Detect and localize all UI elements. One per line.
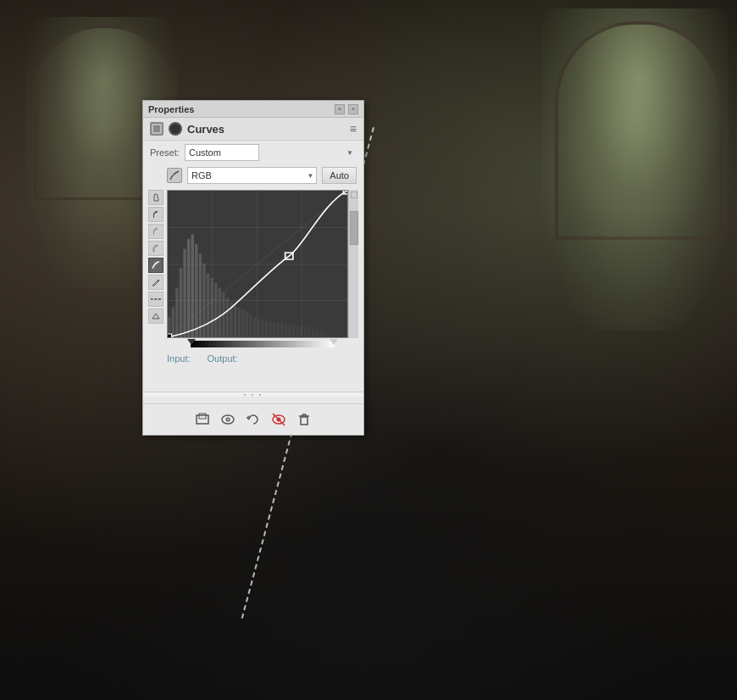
panel-header: Curves ≡ [143,118,363,141]
curves-graph[interactable] [167,190,348,338]
graph-with-scroll [167,190,358,338]
panel-menu-icon[interactable]: ≡ [350,122,357,136]
svg-point-3 [156,228,158,230]
svg-point-8 [151,298,152,300]
svg-rect-68 [199,414,206,419]
svg-rect-67 [197,415,208,424]
grid-svg [168,191,347,337]
channel-select-wrapper: RGB Red Green Blue ▼ [187,167,317,184]
collapse-strip: • • • [143,392,363,397]
auto-button[interactable]: Auto [322,167,357,184]
io-row: Input: Output: [143,351,363,366]
svg-point-9 [155,298,157,300]
panel-header-left: Curves [150,122,224,136]
svg-point-10 [159,298,161,300]
eyedropper-gray-button[interactable] [148,224,163,239]
clipping-tool-button[interactable] [148,308,163,324]
preset-row: Preset: Custom Default Strong Contrast N… [143,141,363,164]
channel-row: RGB Red Green Blue ▼ Auto [143,164,363,186]
gradient-strip [191,341,335,347]
eyedropper-white-button[interactable] [148,241,163,256]
eyedropper-black-button[interactable] [148,207,163,222]
panel-title: Properties [148,104,194,114]
input-label: Input: [167,353,191,364]
preset-select-arrow: ▼ [346,149,353,157]
view-previous-button[interactable] [219,411,237,428]
finger-tool-button[interactable] [148,190,163,205]
collapse-button[interactable]: « [335,104,345,114]
svg-line-63 [168,191,347,337]
adjustment-icon [150,122,163,136]
preset-select[interactable]: Custom Default Strong Contrast Negative … [185,144,259,161]
clip-to-layer-button[interactable] [193,411,212,428]
bottom-toolbar [143,403,363,435]
spacer-dots: • • • [244,391,263,398]
preset-select-wrapper: Custom Default Strong Contrast Negative … [185,144,357,161]
white-point-handle[interactable] [330,339,338,345]
curve-tool-button[interactable] [148,258,163,273]
scroll-up[interactable] [351,192,357,198]
black-point-handle[interactable] [187,339,196,345]
smooth-tool-button[interactable] [148,292,163,307]
preset-label: Preset: [150,147,180,158]
delete-button[interactable] [295,411,313,428]
channel-select[interactable]: RGB Red Green Blue [187,167,317,184]
graph-area [167,190,358,347]
spacer [143,366,363,392]
output-label: Output: [208,353,238,364]
visibility-button[interactable] [269,411,288,428]
curve-sample-icon [167,168,182,183]
svg-rect-66 [168,334,172,337]
curves-title: Curves [187,123,224,136]
svg-rect-1 [153,125,160,132]
arch-window-right [542,8,729,331]
left-toolbar [148,190,167,347]
curves-icon [169,122,182,136]
scroll-thumb[interactable] [350,211,358,245]
close-button[interactable]: × [348,104,358,114]
svg-point-2 [156,211,158,213]
svg-point-71 [227,419,229,420]
scrollbar[interactable] [348,190,358,338]
reset-button[interactable] [244,411,263,428]
pencil-tool-button[interactable] [148,275,163,290]
gradient-strip-container [167,341,358,347]
panel-controls: « × [335,104,358,114]
svg-rect-75 [301,417,308,425]
properties-panel: Properties « × Curves ≡ Preset: Custom D… [142,100,364,436]
main-content [143,186,363,351]
panel-titlebar: Properties « × [143,101,363,118]
